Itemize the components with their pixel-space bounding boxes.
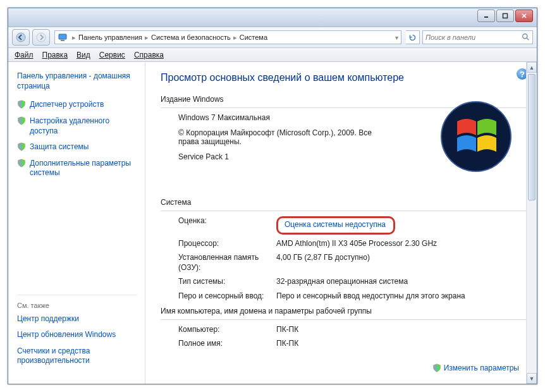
sidebar-link-label: Защита системы [30,142,89,152]
change-settings-link[interactable]: Изменить параметры [432,364,519,372]
sidebar-link-label: Диспетчер устройств [30,100,104,110]
page-title: Просмотр основных сведений о вашем компь… [161,72,537,83]
shield-icon [17,159,26,168]
refresh-button[interactable] [406,30,420,44]
copyright-text: © Корпорация Майкрософт (Microsoft Corp.… [178,128,393,146]
rating-label: Оценка: [178,216,276,235]
svg-point-4 [16,33,25,42]
scroll-thumb[interactable] [528,74,536,200]
shield-icon [17,142,26,151]
maximize-button[interactable] [496,9,514,22]
rating-highlight: Оценка системы недоступна [276,216,395,235]
shield-icon [17,100,26,109]
menu-file[interactable]: Файл [15,51,34,59]
sidebar-item-device-manager[interactable]: Диспетчер устройств [17,100,137,110]
svg-rect-1 [503,14,508,18]
content-pane: ? Просмотр основных сведений о вашем ком… [145,62,537,384]
memory-label: Установленная память (ОЗУ): [178,253,276,273]
see-also-title: См. также [17,302,137,309]
workgroup-title: Имя компьютера, имя домена и параметры р… [161,307,537,315]
cpu-label: Процессор: [178,239,276,249]
scroll-down-icon[interactable]: ▼ [527,373,537,384]
scroll-up-icon[interactable]: ▲ [527,62,537,73]
breadcrumb[interactable]: ▸ Панель управления ▸ Система и безопасн… [54,30,401,44]
cpu-value: AMD Athlon(tm) II X3 405e Processor 2.30… [276,239,537,249]
divider [161,319,537,320]
menu-service[interactable]: Сервис [99,51,125,59]
menu-edit[interactable]: Правка [42,51,68,59]
fullname-label: Полное имя: [178,339,276,349]
rating-link[interactable]: Оценка системы недоступна [285,220,386,229]
close-button[interactable] [515,9,533,22]
search-icon [522,33,530,42]
see-also-windows-update[interactable]: Центр обновления Windows [17,330,137,340]
breadcrumb-item[interactable]: Система и безопасность [151,34,231,41]
menu-help[interactable]: Справка [134,51,164,59]
forward-button[interactable] [32,29,50,46]
svg-rect-7 [61,40,64,41]
menu-bar: Файл Правка Вид Сервис Справка [8,48,537,62]
sidebar-item-advanced[interactable]: Дополнительные параметры системы [17,159,137,178]
sidebar-link-label: Дополнительные параметры системы [30,159,137,178]
search-placeholder: Поиск в панели [426,34,475,41]
svg-rect-6 [59,34,66,39]
search-input[interactable]: Поиск в панели [422,30,533,44]
minimize-button[interactable] [477,9,495,22]
windows-logo-icon [438,99,514,175]
pen-label: Перо и сенсорный ввод: [178,291,276,302]
pen-value: Перо и сенсорный ввод недоступны для это… [276,291,537,302]
sidebar-item-remote[interactable]: Настройка удаленного доступа [17,116,137,136]
chevron-right-icon: ▸ [72,34,76,42]
computer-icon [58,32,68,42]
fullname-value: ПК-ПК [276,339,537,349]
computer-value: ПК-ПК [276,325,537,335]
breadcrumb-item[interactable]: Панель управления [78,34,142,41]
see-also-action-center[interactable]: Центр поддержки [17,314,137,324]
memory-value: 4,00 ГБ (2,87 ГБ доступно) [276,253,537,273]
breadcrumb-item[interactable]: Система [240,34,267,41]
svg-point-5 [37,33,46,42]
svg-point-8 [523,34,527,38]
menu-view[interactable]: Вид [77,51,90,59]
sidebar: Панель управления - домашняя страница Ди… [8,62,145,384]
sidebar-item-protection[interactable]: Защита системы [17,142,137,152]
computer-label: Компьютер: [178,325,276,335]
back-button[interactable] [12,29,30,46]
nav-bar: ▸ Панель управления ▸ Система и безопасн… [8,27,537,48]
scrollbar[interactable]: ▲ ▼ [526,62,537,384]
chevron-right-icon: ▸ [233,34,237,42]
systype-value: 32-разрядная операционная система [276,277,537,287]
see-also-performance[interactable]: Счетчики и средства производительности [17,346,137,366]
control-panel-home-link[interactable]: Панель управления - домашняя страница [17,71,137,91]
divider [161,211,537,211]
system-title: Система [161,198,537,207]
shield-icon [432,364,441,372]
systype-label: Тип системы: [178,277,276,287]
change-settings-label: Изменить параметры [444,364,519,372]
chevron-right-icon: ▸ [145,34,149,42]
svg-line-9 [527,38,529,40]
window-frame: ▸ Панель управления ▸ Система и безопасн… [8,8,537,384]
sidebar-link-label: Настройка удаленного доступа [30,116,137,136]
title-bar [8,8,537,27]
shield-icon [17,116,26,125]
